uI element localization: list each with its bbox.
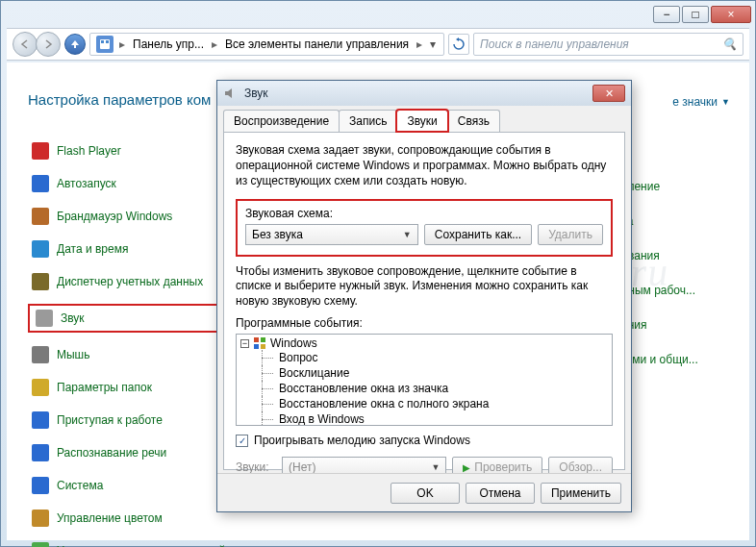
apply-button[interactable]: Применить <box>541 483 621 504</box>
view-mode-label: е значки <box>672 95 718 109</box>
cp-item-8[interactable]: Приступая к работе <box>28 410 239 431</box>
events-tree[interactable]: − Windows ВопросВосклицаниеВосстановлени… <box>236 334 613 426</box>
cp-item-1[interactable]: Автозапуск <box>28 173 239 194</box>
tree-item-4[interactable]: Вход в Windows <box>240 411 608 426</box>
collapse-icon[interactable]: − <box>240 339 249 348</box>
cp-item-label: Система <box>57 479 103 492</box>
breadcrumb-seg-0[interactable]: Панель упр... <box>127 34 210 55</box>
tree-item-1[interactable]: Восклицание <box>240 365 608 381</box>
play-icon: ▶ <box>463 462 470 473</box>
save-as-button[interactable]: Сохранить как... <box>424 224 532 245</box>
cp-item-icon <box>32 379 49 396</box>
maximize-icon: □ <box>692 8 698 21</box>
close-button[interactable]: × <box>711 6 751 23</box>
arrow-left-icon <box>20 39 30 49</box>
cp-item-icon <box>32 142 49 160</box>
tree-item-0[interactable]: Вопрос <box>240 350 608 365</box>
events-label: Программные события: <box>236 316 613 330</box>
cp-item-label: Распознавание речи <box>57 446 166 460</box>
search-icon: 🔍 <box>722 37 737 51</box>
scheme-combo-value: Без звука <box>252 228 303 241</box>
breadcrumb-sep-icon: ▸ <box>210 37 219 51</box>
tree-item-3[interactable]: Восстановление окна с полного экрана <box>240 396 608 411</box>
cp-item-4[interactable]: Диспетчер учетных данных <box>28 271 239 292</box>
ok-button[interactable]: OK <box>391 483 460 504</box>
cp-item-label: Параметры папок <box>57 381 152 394</box>
cancel-label: Отмена <box>479 486 520 500</box>
dialog-tabs: ВоспроизведениеЗаписьЗвукиСвязь <box>217 106 631 132</box>
svg-rect-6 <box>261 344 265 349</box>
minimize-button[interactable]: − <box>653 6 680 23</box>
cp-item-0[interactable]: Flash Player <box>28 140 239 162</box>
cp-item-7[interactable]: Параметры папок <box>28 377 239 398</box>
search-input[interactable]: Поиск в панели управления 🔍 <box>473 33 743 56</box>
windows-icon <box>253 336 266 350</box>
cp-item-label: Управление цветом <box>57 511 163 525</box>
checkbox-icon[interactable]: ✓ <box>236 435 248 447</box>
scheme-group: Звуковая схема: Без звука▼ Сохранить как… <box>236 199 613 257</box>
chevron-down-icon: ▼ <box>403 230 412 239</box>
cp-item-10[interactable]: Система <box>28 475 239 496</box>
tab-2[interactable]: Звуки <box>396 110 447 132</box>
view-mode-link[interactable]: е значки▼ <box>672 95 730 109</box>
control-panel-list: Flash PlayerАвтозапускБрандмауэр Windows… <box>28 140 239 547</box>
control-panel-icon <box>96 36 113 53</box>
breadcrumb-dropdown-icon[interactable]: ▾ <box>424 37 441 51</box>
chevron-down-icon: ▼ <box>721 97 730 107</box>
cp-item-label: Мышь <box>57 348 90 361</box>
window-titlebar: − □ × <box>1 1 755 28</box>
refresh-button[interactable] <box>448 34 469 55</box>
cp-item-icon <box>32 273 49 290</box>
cp-item-12[interactable]: Учетные записи пользователей <box>28 540 239 547</box>
events-hint: Чтобы изменить звуковое сопровождение, щ… <box>236 264 613 310</box>
nav-back-button[interactable] <box>13 32 38 57</box>
cp-item-icon <box>32 240 49 258</box>
cp-item-label: Звук <box>61 311 85 325</box>
nav-up-button[interactable] <box>64 34 86 55</box>
cp-item-11[interactable]: Управление цветом <box>28 508 239 529</box>
dialog-button-row: OK Отмена Применить <box>217 473 631 511</box>
svg-rect-2 <box>106 40 109 43</box>
minimize-icon: − <box>663 8 669 21</box>
cp-item-2[interactable]: Брандмауэр Windows <box>28 206 239 227</box>
scheme-description: Звуковая схема задает звуки, сопровождаю… <box>236 142 613 189</box>
dialog-close-button[interactable]: ✕ <box>592 85 625 102</box>
cp-item-icon <box>32 208 49 225</box>
tree-item-2[interactable]: Восстановление окна из значка <box>240 381 608 396</box>
refresh-icon <box>452 37 466 51</box>
startup-sound-row[interactable]: ✓ Проигрывать мелодию запуска Windows <box>236 434 613 447</box>
cp-item-icon <box>36 310 53 327</box>
scheme-combo[interactable]: Без звука▼ <box>245 224 418 245</box>
nav-bar: ▸ Панель упр... ▸ Все элементы панели уп… <box>7 28 749 61</box>
nav-forward-button[interactable] <box>36 32 61 57</box>
maximize-button[interactable]: □ <box>682 6 709 23</box>
dialog-title: Звук <box>244 87 592 100</box>
cp-item-icon <box>32 175 49 192</box>
delete-label: Удалить <box>548 228 592 241</box>
cancel-button[interactable]: Отмена <box>466 483 535 504</box>
sound-dialog: Звук ✕ ВоспроизведениеЗаписьЗвукиСвязь З… <box>216 80 632 512</box>
cp-item-3[interactable]: Дата и время <box>28 238 239 260</box>
cp-item-9[interactable]: Распознавание речи <box>28 442 239 463</box>
cp-item-icon <box>32 510 49 527</box>
tree-root[interactable]: − Windows <box>240 336 608 350</box>
cp-item-icon <box>32 411 49 429</box>
svg-rect-4 <box>261 337 265 342</box>
dialog-titlebar[interactable]: Звук ✕ <box>217 81 631 106</box>
breadcrumb-sep-icon: ▸ <box>415 37 424 51</box>
tab-0[interactable]: Воспроизведение <box>223 110 340 132</box>
svg-rect-5 <box>254 344 259 349</box>
cp-item-label: Приступая к работе <box>57 413 163 427</box>
tab-1[interactable]: Запись <box>339 110 397 132</box>
svg-rect-1 <box>101 40 104 43</box>
breadcrumb-sep-icon: ▸ <box>117 37 127 51</box>
chevron-down-icon: ▼ <box>431 462 440 472</box>
breadcrumb[interactable]: ▸ Панель упр... ▸ Все элементы панели уп… <box>89 33 444 56</box>
breadcrumb-seg-1[interactable]: Все элементы панели управления <box>219 34 415 55</box>
cp-item-5[interactable]: Звук <box>28 304 239 333</box>
close-icon: × <box>727 8 734 21</box>
tab-3[interactable]: Связь <box>447 110 500 132</box>
cp-item-6[interactable]: Мышь <box>28 344 239 365</box>
cp-item-icon <box>32 444 49 461</box>
explorer-window: − □ × ▸ Панель упр... ▸ Все элементы пан… <box>0 0 756 547</box>
